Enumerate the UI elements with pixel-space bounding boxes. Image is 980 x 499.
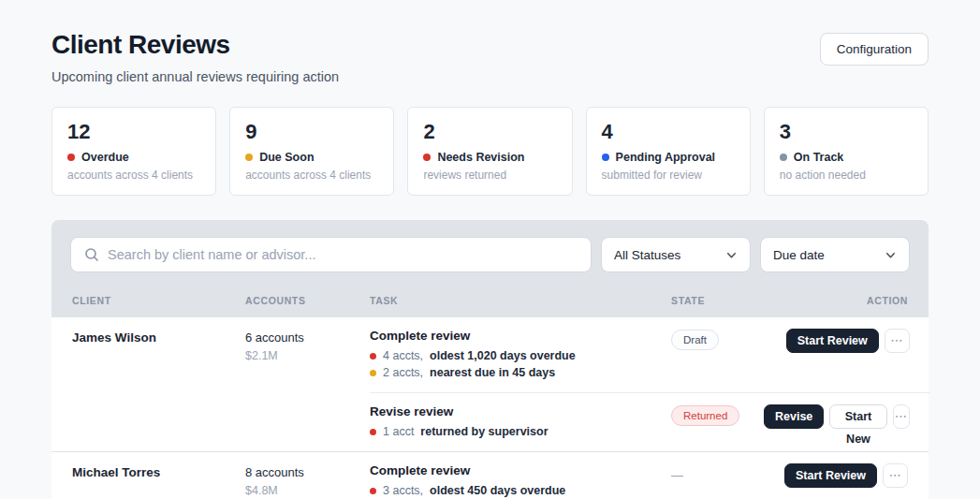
detail-emphasis: returned by supervisor (420, 425, 548, 438)
more-actions-button[interactable]: ⋯ (883, 463, 908, 488)
reviews-panel: All Statuses Due date Client Accounts Ta… (51, 220, 929, 499)
stat-value: 4 (602, 120, 735, 144)
stat-subtext: no action needed (780, 169, 913, 182)
toolbar: All Statuses Due date (51, 220, 929, 291)
revise-button[interactable]: Revise (764, 404, 824, 429)
stat-value: 3 (780, 120, 913, 144)
stat-label: Needs Revision (437, 151, 524, 164)
status-dot-icon (245, 154, 253, 161)
status-dot-icon (370, 488, 376, 494)
client-name: Michael Torres (72, 452, 245, 499)
stat-subtext: accounts across 4 clients (67, 169, 200, 182)
task-row: Revise review 1 acct returned by supervi… (370, 392, 930, 451)
task-title: Revise review (370, 404, 671, 418)
search-input[interactable] (108, 247, 578, 262)
task-row: Complete review 3 accts, oldest 450 days… (370, 452, 929, 499)
stat-card: 4 Pending Approval submitted for review (586, 107, 751, 196)
column-header-accounts: Accounts (245, 295, 370, 306)
stat-card: 12 Overdue accounts across 4 clients (51, 107, 216, 196)
sort-filter-value: Due date (773, 248, 825, 262)
status-dot-icon (780, 154, 787, 161)
table-row: Michael Torres 8 accounts $4.8M Complete… (51, 451, 929, 499)
status-dot-icon (370, 429, 376, 435)
detail-emphasis: oldest 450 days overdue (430, 484, 565, 497)
chevron-down-icon (885, 249, 897, 261)
task-row: Complete review 4 accts, oldest 1,020 da… (370, 317, 930, 392)
column-header-state: State (671, 295, 764, 306)
start-new-button[interactable]: Start New (829, 404, 886, 429)
chevron-down-icon (725, 249, 738, 261)
column-header-action: Action (764, 295, 908, 306)
configuration-button[interactable]: Configuration (820, 33, 929, 66)
stat-subtext: reviews returned (423, 169, 556, 182)
state-badge: Draft (671, 330, 719, 350)
stat-card: 9 Due Soon accounts across 4 clients (229, 107, 394, 196)
task-title: Complete review (370, 329, 671, 343)
sort-filter-select[interactable]: Due date (760, 237, 910, 272)
state-badge: Returned (671, 405, 739, 426)
task-list: Complete review 3 accts, oldest 450 days… (370, 452, 929, 499)
task-detail: 1 acct returned by supervisor (370, 425, 671, 438)
status-dot-icon (67, 154, 75, 161)
stat-subtext: accounts across 4 clients (245, 169, 378, 182)
client-reviews-app: Client Reviews Upcoming client annual re… (0, 0, 980, 499)
stat-label: Pending Approval (616, 151, 716, 164)
column-header-client: Client (72, 295, 245, 306)
column-header-task: Task (370, 295, 671, 306)
detail-emphasis: oldest 1,020 days overdue (430, 349, 576, 362)
client-name: James Wilson (72, 317, 245, 451)
accounts-aum: $4.8M (245, 484, 370, 497)
detail-prefix: 4 accts, (383, 349, 423, 362)
more-actions-button[interactable]: ⋯ (885, 329, 910, 353)
accounts-count: 8 accounts (245, 465, 370, 479)
stat-label: Due Soon (259, 151, 314, 164)
status-dot-icon (370, 353, 376, 360)
page-subtitle: Upcoming client annual reviews requiring… (51, 69, 339, 84)
stat-value: 12 (67, 120, 200, 144)
table-header: Client Accounts Task State Action (51, 291, 929, 317)
detail-prefix: 3 accts, (383, 484, 423, 497)
accounts-aum: $2.1M (245, 349, 370, 362)
stat-card: 2 Needs Revision reviews returned (407, 107, 572, 196)
task-actions: Start Review⋯ (764, 329, 910, 379)
task-details: 4 accts, oldest 1,020 days overdue 2 acc… (370, 349, 671, 379)
search-icon (84, 247, 99, 262)
table-body: James Wilson 6 accounts $2.1M Complete r… (51, 317, 929, 499)
more-actions-button[interactable]: ⋯ (893, 404, 910, 429)
page-header: Client Reviews Upcoming client annual re… (51, 30, 929, 84)
start-review-button[interactable]: Start Review (784, 463, 877, 488)
task-actions: Start Review⋯ (764, 463, 908, 497)
status-filter-select[interactable]: All Statuses (601, 237, 751, 272)
status-dot-icon (370, 370, 376, 376)
status-filter-value: All Statuses (614, 248, 680, 262)
detail-prefix: 2 accts, (383, 366, 423, 379)
page-title: Client Reviews (51, 30, 339, 60)
task-detail: 4 accts, oldest 1,020 days overdue (370, 349, 671, 362)
status-dot-icon (602, 154, 609, 161)
stat-value: 2 (423, 120, 556, 144)
stat-label: On Track (794, 151, 844, 164)
start-review-button[interactable]: Start Review (786, 329, 879, 353)
task-details: 1 acct returned by supervisor (370, 425, 671, 438)
stats-row: 12 Overdue accounts across 4 clients 9 D… (51, 107, 929, 196)
task-details: 3 accts, oldest 450 days overdue (370, 484, 671, 497)
task-actions: ReviseStart New⋯ (764, 404, 910, 438)
task-list: Complete review 4 accts, oldest 1,020 da… (370, 317, 930, 451)
status-dot-icon (423, 154, 431, 161)
task-detail: 2 accts, nearest due in 45 days (370, 366, 671, 379)
detail-emphasis: nearest due in 45 days (430, 366, 555, 379)
state-badge: — (671, 464, 683, 486)
table-row: James Wilson 6 accounts $2.1M Complete r… (51, 317, 929, 451)
stat-value: 9 (245, 120, 378, 144)
search-box[interactable] (70, 237, 592, 272)
stat-card: 3 On Track no action needed (764, 107, 929, 196)
task-detail: 3 accts, oldest 450 days overdue (370, 484, 671, 497)
stat-label: Overdue (81, 151, 129, 164)
task-title: Complete review (370, 463, 671, 477)
detail-prefix: 1 acct (383, 425, 414, 438)
stat-subtext: submitted for review (602, 169, 735, 182)
accounts-count: 6 accounts (245, 330, 370, 345)
page-header-text: Client Reviews Upcoming client annual re… (51, 30, 339, 84)
